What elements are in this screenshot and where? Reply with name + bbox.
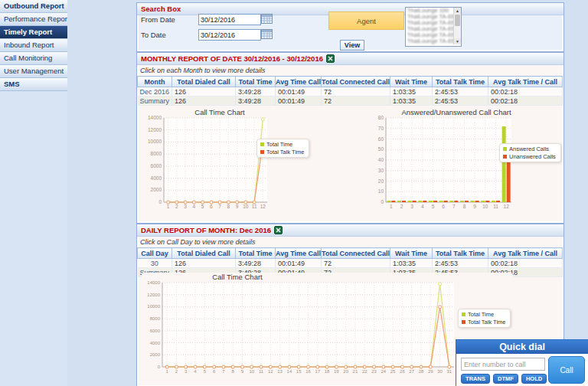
agent-label: Agent xyxy=(328,11,404,30)
column-header-total-connected-call: Total Connected Call xyxy=(322,77,390,87)
sidebar-item-performance-report[interactable]: Performance Report xyxy=(0,13,67,26)
svg-text:2000: 2000 xyxy=(151,187,162,192)
monthly-report-table: MonthTotal Dialed CallTotal TimeAvg Time… xyxy=(137,76,564,106)
sidebar-item-inbound-report[interactable]: Inbound Report xyxy=(0,39,67,52)
chart-legend: Total TimeTotal Talk Time xyxy=(458,309,511,328)
svg-text:8000: 8000 xyxy=(150,316,161,321)
scroll-up-icon[interactable]: ▲ xyxy=(454,8,461,14)
row-key-cell: Summary xyxy=(138,96,172,106)
table-row: Summary1263:49:2800:01:49721:03:352:45:5… xyxy=(138,96,563,106)
svg-text:29: 29 xyxy=(428,369,433,374)
hold-button[interactable]: HOLD xyxy=(521,374,547,384)
legend-marker-icon xyxy=(503,155,507,159)
from-date-label: From Date xyxy=(141,15,175,24)
monthly-report-panel: MONTHLY REPORT OF DATE 30/12/2016 - 30/1… xyxy=(136,52,564,224)
sidebar-item-sms[interactable]: SMS xyxy=(0,78,67,91)
chart-legend: Answered CallsUnanswered Calls xyxy=(499,143,561,162)
from-date-calendar-icon[interactable] xyxy=(261,14,273,24)
view-button[interactable]: View xyxy=(340,40,364,51)
data-cell: 2:45:53 xyxy=(433,87,488,96)
data-cell: 00:02:18 xyxy=(488,259,563,268)
svg-text:20: 20 xyxy=(343,369,348,374)
svg-text:5: 5 xyxy=(201,204,204,209)
monthly-report-note: Click on each Month to view more details xyxy=(137,65,564,75)
agent-list-scrollbar[interactable]: ▲ ▼ xyxy=(453,8,461,44)
svg-text:4000: 4000 xyxy=(151,175,162,181)
data-cell: 3:49:28 xyxy=(236,96,276,106)
svg-text:6000: 6000 xyxy=(151,163,162,168)
dtmf-button[interactable]: DTMF xyxy=(493,374,518,384)
sidebar: Outbound ReportPerformance ReportTimely … xyxy=(0,0,68,386)
svg-text:23: 23 xyxy=(371,369,377,374)
column-header-total-connected-call: Total Connected Call xyxy=(322,248,390,259)
excel-export-icon[interactable] xyxy=(326,54,335,63)
to-date-calendar-icon[interactable] xyxy=(261,29,273,39)
svg-text:6000: 6000 xyxy=(150,329,161,333)
call-time-chart-monthly: 0200040006000800010000120001400012345678… xyxy=(143,108,300,220)
data-cell: 72 xyxy=(322,87,390,96)
report-table: MonthTotal Dialed CallTotal TimeAvg Time… xyxy=(137,76,563,106)
legend-marker-icon xyxy=(260,142,264,146)
main-content: Search Box From Date To Date Agent ThaiL… xyxy=(67,0,588,386)
row-key-cell[interactable]: Dec 2016 xyxy=(138,87,172,96)
to-date-input[interactable] xyxy=(198,29,261,41)
excel-export-icon[interactable] xyxy=(274,226,283,234)
column-header-total-time: Total Time xyxy=(236,77,276,87)
legend-item: Total Talk Time xyxy=(260,149,304,156)
column-header-total-talk-time: Total Talk Time xyxy=(433,77,488,87)
legend-item: Answered Calls xyxy=(503,146,556,153)
trans-button[interactable]: TRANS xyxy=(461,374,490,384)
data-cell: 1:03:35 xyxy=(390,96,433,106)
svg-text:80: 80 xyxy=(378,115,384,120)
daily-report-note: Click on Call Day to view more details xyxy=(137,237,564,247)
svg-text:12: 12 xyxy=(260,204,266,209)
data-cell: 00:02:18 xyxy=(488,96,563,106)
svg-text:14000: 14000 xyxy=(148,115,162,120)
chart-title: Call Time Chart xyxy=(194,108,245,116)
svg-text:14000: 14000 xyxy=(147,280,160,285)
svg-text:16: 16 xyxy=(305,369,311,374)
column-header-avg-talk-time-call: Avg Talk Time / Call xyxy=(488,248,563,259)
to-date-label: To Date xyxy=(141,31,166,39)
legend-marker-icon xyxy=(462,312,466,316)
legend-item: Total Time xyxy=(462,311,505,319)
column-header-call-day: Call Day xyxy=(138,248,172,259)
monthly-report-title: MONTHLY REPORT OF DATE 30/12/2016 - 30/1… xyxy=(141,54,323,63)
svg-text:10: 10 xyxy=(243,204,249,209)
svg-text:15: 15 xyxy=(296,369,302,374)
data-cell: 00:01:49 xyxy=(276,96,322,106)
legend-item: Total Talk Time xyxy=(462,319,505,326)
chart-legend: Total TimeTotal Talk Time xyxy=(256,139,309,158)
svg-text:8: 8 xyxy=(463,204,466,209)
svg-text:1: 1 xyxy=(390,204,393,209)
sidebar-item-call-monitoring[interactable]: Call Monitoring xyxy=(0,52,67,65)
chart-title: Call Time Chart xyxy=(212,273,263,281)
svg-text:2000: 2000 xyxy=(150,352,161,357)
sidebar-item-outbound-report[interactable]: Outbound Report xyxy=(0,0,67,13)
column-header-total-dialed-call: Total Dialed Call xyxy=(172,248,236,259)
row-key-cell[interactable]: 30 xyxy=(138,259,172,268)
scrollbar-thumb[interactable] xyxy=(455,15,460,26)
svg-text:30: 30 xyxy=(437,369,443,374)
svg-text:18: 18 xyxy=(325,369,330,374)
svg-text:30: 30 xyxy=(378,168,384,173)
agent-listbox[interactable]: ThaiLounge 100ThaiLounge TA-650ThaiLoung… xyxy=(405,7,462,47)
svg-text:1: 1 xyxy=(167,204,170,209)
daily-report-title: DAILY REPORT OF MONTH: Dec 2016 xyxy=(141,226,271,234)
svg-text:9: 9 xyxy=(236,204,239,209)
svg-text:12000: 12000 xyxy=(148,127,162,132)
quick-dial-panel: Quick dial Call TRANSDTMFHOLD xyxy=(456,339,588,386)
sidebar-item-user-management[interactable]: User Management xyxy=(0,65,67,78)
from-date-input[interactable] xyxy=(198,14,261,25)
sidebar-item-timely-report[interactable]: Timely Report xyxy=(0,26,67,39)
svg-text:13: 13 xyxy=(277,369,283,374)
data-cell: 1:03:35 xyxy=(390,259,433,268)
column-header-total-time: Total Time xyxy=(236,248,276,259)
scroll-down-icon[interactable]: ▼ xyxy=(454,38,461,44)
phone-number-input[interactable] xyxy=(461,358,545,371)
svg-text:4: 4 xyxy=(193,204,196,209)
data-cell: 00:01:49 xyxy=(276,259,322,268)
data-cell: 126 xyxy=(172,259,236,268)
search-box-panel: Search Box From Date To Date Agent ThaiL… xyxy=(136,2,564,52)
call-button[interactable]: Call xyxy=(548,356,585,384)
